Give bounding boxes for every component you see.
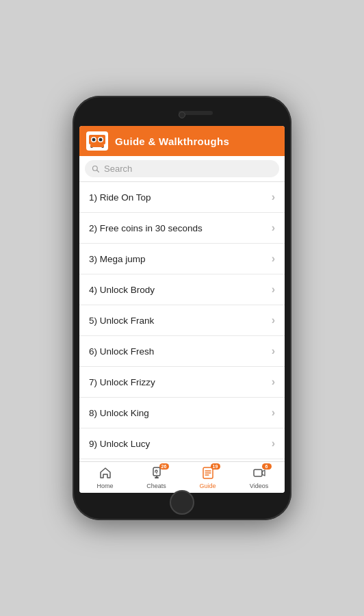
chevron-right-icon: › (272, 222, 275, 234)
list-container: 1) Ride On Top›2) Free coins in 30 secon… (79, 182, 285, 461)
cheats-nav-label: Cheats (146, 483, 166, 489)
list-item[interactable]: 3) Mega jump› (79, 244, 285, 274)
bottom-nav: Home 26Cheats 19Guide 6Videos (79, 461, 285, 493)
list-item[interactable]: 5) Unlock Frank› (79, 305, 285, 336)
list-item[interactable]: 4) Unlock Brody› (79, 274, 285, 305)
chevron-right-icon: › (272, 253, 275, 265)
home-nav-label: Home (96, 483, 113, 489)
list-item-label: 7) Unlock Frizzy (89, 377, 155, 387)
list-item-label: 4) Unlock Brody (89, 285, 155, 295)
nav-item-cheats[interactable]: 26Cheats (131, 462, 182, 493)
cheats-nav-icon: 26 (150, 466, 164, 482)
phone-screen: Guide & Walkthroughs Search 1) Ride On T… (79, 126, 285, 493)
search-icon (92, 165, 100, 173)
guide-nav-icon: 19 (201, 466, 215, 482)
svg-rect-13 (155, 477, 159, 478)
list-item[interactable]: 6) Unlock Fresh› (79, 336, 285, 367)
svg-rect-8 (90, 144, 104, 147)
svg-line-10 (97, 170, 99, 172)
list-item-label: 9) Unlock Lucy (89, 439, 150, 449)
header-title: Guide & Walkthroughs (115, 136, 229, 147)
chevron-right-icon: › (272, 283, 275, 296)
videos-badge: 6 (262, 463, 272, 470)
chevron-right-icon: › (272, 314, 275, 326)
chevron-right-icon: › (272, 407, 275, 419)
list-item[interactable]: 9) Unlock Lucy› (79, 428, 285, 459)
svg-rect-11 (153, 467, 160, 476)
list-item[interactable]: 7) Unlock Frizzy› (79, 367, 285, 398)
guide-badge: 19 (211, 463, 220, 470)
cheats-badge: 26 (159, 463, 169, 470)
videos-nav-label: Videos (250, 483, 268, 489)
list-item[interactable]: 8) Unlock King› (79, 398, 285, 428)
list-item-label: 1) Ride On Top (89, 192, 151, 203)
list-item-label: 3) Mega jump (89, 254, 146, 264)
svg-point-14 (156, 473, 157, 474)
list-item[interactable]: 2) Free coins in 30 seconds› (79, 213, 285, 244)
list-item-label: 6) Unlock Fresh (89, 346, 154, 357)
home-nav-icon (99, 466, 112, 482)
nav-item-videos[interactable]: 6Videos (233, 462, 285, 493)
svg-rect-19 (254, 470, 262, 476)
nav-item-guide[interactable]: 19Guide (182, 462, 233, 493)
nav-item-home[interactable]: Home (79, 462, 131, 493)
phone-frame: Guide & Walkthroughs Search 1) Ride On T… (73, 96, 291, 520)
chevron-right-icon: › (272, 345, 275, 357)
phone-bottom-bar (170, 497, 194, 508)
videos-nav-icon: 6 (252, 466, 266, 482)
chevron-right-icon: › (272, 437, 275, 450)
chevron-right-icon: › (272, 191, 275, 203)
home-button-physical[interactable] (170, 490, 194, 515)
search-placeholder: Search (104, 164, 132, 174)
app-logo (86, 131, 108, 151)
svg-point-5 (99, 138, 103, 142)
app-header: Guide & Walkthroughs (79, 126, 285, 156)
logo-svg (88, 133, 107, 149)
list-item[interactable]: 1) Ride On Top› (79, 182, 285, 213)
search-container: Search (79, 156, 285, 182)
svg-point-4 (92, 138, 96, 142)
list-item-label: 8) Unlock King (89, 408, 149, 418)
guide-nav-label: Guide (199, 483, 216, 489)
list-item-label: 5) Unlock Frank (89, 316, 154, 326)
chevron-right-icon: › (272, 376, 275, 388)
search-input-wrap[interactable]: Search (85, 160, 279, 177)
camera (179, 112, 185, 118)
phone-top-bar (79, 108, 285, 122)
list-item-label: 2) Free coins in 30 seconds (89, 223, 203, 233)
